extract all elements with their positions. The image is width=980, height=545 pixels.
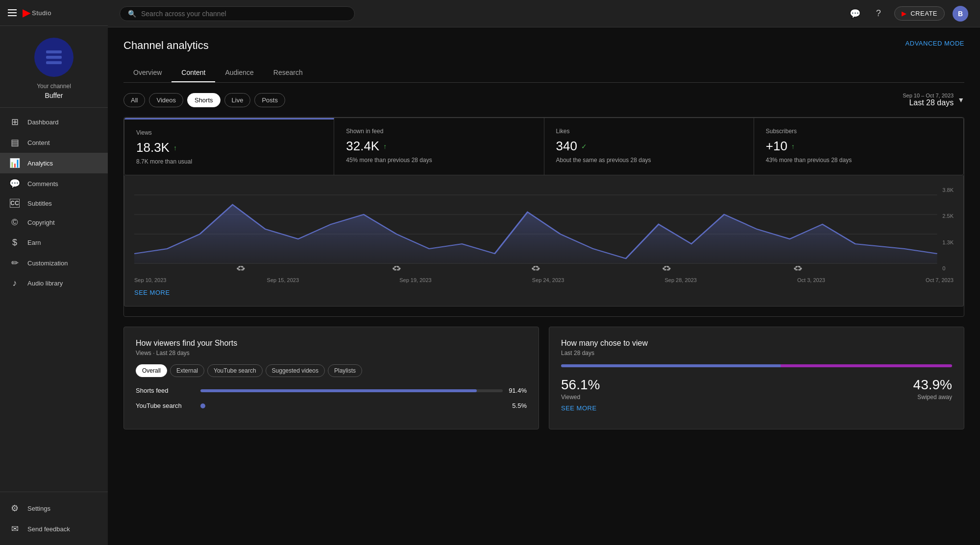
channel-name: Buffer [45, 92, 63, 99]
sidebar-item-audio-library[interactable]: ♪ Audio library [0, 273, 108, 293]
chart-svg: ♻ ♻ ♻ ♻ ♻ [134, 185, 954, 273]
stat-value: 18.3K ↑ [136, 140, 322, 155]
source-tab-external[interactable]: External [170, 364, 204, 377]
source-pct: 91.4% [509, 387, 527, 394]
swiped-pct: 43.9% [913, 377, 952, 393]
source-name: Shorts feed [136, 387, 195, 394]
sidebar-footer: ⚙ Settings ✉ Send feedback [0, 492, 108, 545]
create-label: CREATE [910, 10, 937, 17]
advanced-mode-button[interactable]: ADVANCED MODE [906, 39, 964, 47]
sidebar-item-content[interactable]: ▤ Content [0, 132, 108, 153]
stat-label: Shown in feed [346, 128, 532, 135]
settings-icon: ⚙ [10, 503, 20, 514]
chart-y-labels: 3.8K 2.5K 1.3K 0 [942, 185, 954, 273]
filter-posts[interactable]: Posts [254, 93, 285, 107]
help-icon[interactable]: ? [871, 6, 886, 22]
stat-card-subscribers[interactable]: Subscribers +10 ↑ 43% more than previous… [754, 118, 963, 175]
sidebar-header: ▶ Studio [0, 0, 108, 26]
sidebar-item-copyright[interactable]: © Copyright [0, 213, 108, 233]
sidebar-item-comments[interactable]: 💬 Comments [0, 173, 108, 194]
stat-value: 32.4K ↑ [346, 139, 532, 154]
sidebar-item-label: Copyright [27, 219, 55, 226]
filter-live[interactable]: Live [224, 93, 251, 107]
svg-text:♻: ♻ [236, 265, 246, 272]
subtitles-icon: CC [10, 199, 20, 208]
checkmark-icon: ✓ [581, 142, 587, 150]
stat-trend: 43% more than previous 28 days [766, 157, 952, 164]
stat-card-shown-in-feed[interactable]: Shown in feed 32.4K ↑ 45% more than prev… [334, 118, 544, 175]
sidebar-item-earn[interactable]: $ Earn [0, 233, 108, 253]
tab-research[interactable]: Research [264, 64, 313, 82]
chart-container: ♻ ♻ ♻ ♻ ♻ 3.8K 2.5K 1.3K 0 Sep 10, 2023 [124, 175, 964, 307]
view-bar-swiped [781, 364, 952, 367]
chose-to-view-title: How many chose to view [561, 339, 952, 348]
see-more-chose-button[interactable]: SEE MORE [561, 404, 952, 412]
yt-studio-logo: ▶ Studio [23, 7, 51, 19]
filter-shorts[interactable]: Shorts [187, 93, 220, 107]
view-stats: 56.1% Viewed 43.9% Swiped away [561, 377, 952, 401]
sidebar-item-settings[interactable]: ⚙ Settings [0, 498, 108, 519]
content-icon: ▤ [10, 137, 20, 148]
source-tab-overall[interactable]: Overall [136, 364, 167, 377]
earn-icon: $ [10, 237, 20, 248]
tab-audience[interactable]: Audience [215, 64, 263, 82]
sidebar-item-subtitles[interactable]: CC Subtitles [0, 194, 108, 213]
sidebar-item-dashboard[interactable]: ⊞ Dashboard [0, 112, 108, 132]
source-tab-playlists[interactable]: Playlists [328, 364, 362, 377]
source-tabs: Overall External YouTube search Suggeste… [136, 364, 527, 377]
swiped-label: Swiped away [913, 394, 952, 401]
channel-info: Your channel Buffer [0, 26, 108, 108]
source-row-youtube-search: YouTube search 5.5% [136, 402, 527, 409]
filter-videos[interactable]: Videos [149, 93, 183, 107]
customization-icon: ✏ [10, 258, 20, 268]
source-bar-wrap [200, 389, 503, 392]
avatar[interactable] [34, 38, 74, 77]
user-avatar[interactable]: B [953, 6, 968, 22]
sidebar-item-label: Send feedback [27, 525, 70, 533]
stat-label: Views [136, 129, 322, 136]
stat-card-views[interactable]: Views 18.3K ↑ 8.7K more than usual [124, 118, 334, 175]
create-button[interactable]: ▶ CREATE [894, 6, 945, 21]
tab-content[interactable]: Content [172, 64, 215, 82]
tab-overview[interactable]: Overview [123, 64, 172, 82]
hamburger-menu[interactable] [8, 9, 17, 16]
page-header: Channel analytics ADVANCED MODE [123, 39, 964, 52]
viewed-label: Viewed [561, 394, 600, 401]
sidebar-item-label: Customization [27, 260, 68, 267]
sidebar-item-customization[interactable]: ✏ Customization [0, 253, 108, 273]
search-icon: 🔍 [128, 10, 136, 18]
sidebar-item-analytics[interactable]: 📊 Analytics [0, 153, 108, 173]
date-range-main: Last 28 days [903, 98, 954, 107]
stat-value: 340 ✓ [556, 139, 742, 154]
view-bar [561, 364, 952, 367]
chevron-down-icon: ▼ [957, 96, 964, 104]
sidebar-item-label: Settings [27, 505, 50, 512]
create-icon: ▶ [902, 10, 907, 17]
stats-row: Views 18.3K ↑ 8.7K more than usual Shown… [124, 118, 964, 175]
stat-card-likes[interactable]: Likes 340 ✓ About the same as previous 2… [544, 118, 754, 175]
dashboard-icon: ⊞ [10, 117, 20, 127]
filter-tabs: All Videos Shorts Live Posts [123, 93, 285, 107]
source-bar [200, 389, 477, 392]
notifications-icon[interactable]: 💬 [847, 6, 863, 22]
svg-text:♻: ♻ [793, 265, 803, 272]
svg-rect-1 [46, 56, 62, 59]
date-selector[interactable]: Sep 10 – Oct 7, 2023 Last 28 days ▼ [903, 93, 964, 107]
trend-up-icon: ↑ [791, 142, 795, 150]
search-box[interactable]: 🔍 [120, 6, 355, 21]
see-more-button[interactable]: SEE MORE [134, 289, 954, 296]
chart-labels: Sep 10, 2023 Sep 15, 2023 Sep 19, 2023 S… [134, 277, 954, 283]
sidebar-item-send-feedback[interactable]: ✉ Send feedback [0, 519, 108, 539]
swiped-stat: 43.9% Swiped away [913, 377, 952, 401]
search-input[interactable] [141, 10, 346, 18]
sidebar-item-label: Analytics [27, 160, 53, 167]
source-tab-suggested-videos[interactable]: Suggested videos [266, 364, 325, 377]
viewers-find-card: How viewers find your Shorts Views · Las… [123, 327, 539, 429]
main-tabs: Overview Content Audience Research [123, 64, 964, 83]
svg-text:♻: ♻ [662, 265, 672, 272]
filter-all[interactable]: All [123, 93, 145, 107]
source-name: YouTube search [136, 402, 195, 409]
source-tab-youtube-search[interactable]: YouTube search [207, 364, 263, 377]
stat-trend: 45% more than previous 28 days [346, 157, 532, 164]
comments-icon: 💬 [10, 178, 20, 189]
